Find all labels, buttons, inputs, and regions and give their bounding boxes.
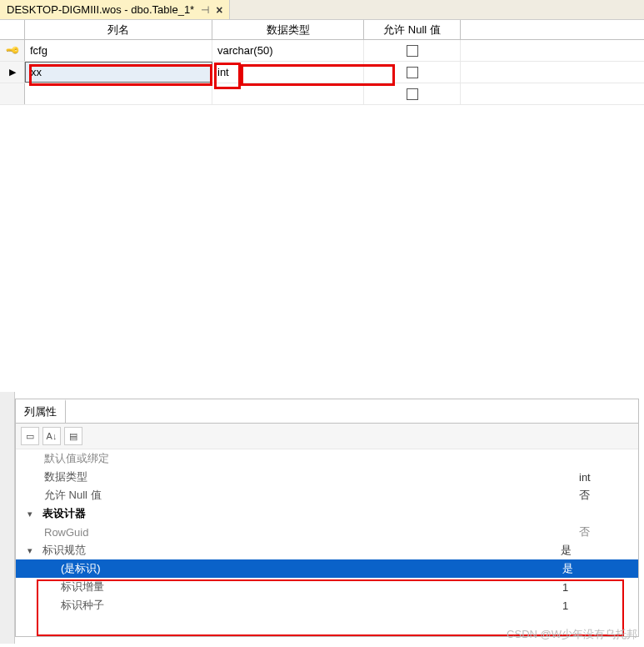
chevron-down-icon[interactable]: ▾ [27, 509, 39, 519]
column-design-grid: 列名 数据类型 允许 Null 值 🔑 fcfg varchar(50) ▶ x… [0, 20, 644, 106]
prop-default-binding[interactable]: 默认值或绑定 [16, 449, 638, 468]
prop-data-type[interactable]: 数据类型 int [16, 468, 638, 486]
header-allow-null[interactable]: 允许 Null 值 [364, 20, 461, 39]
cell-allow-null[interactable] [364, 40, 461, 61]
column-header-row: 列名 数据类型 允许 Null 值 [0, 20, 644, 40]
properties-tab-bar: 列属性 [16, 399, 638, 424]
pin-icon[interactable]: ⊣ [201, 4, 209, 16]
checkbox[interactable] [407, 88, 418, 100]
prop-identity-increment[interactable]: 标识增量 1 [16, 578, 638, 596]
property-pages-button[interactable]: ▤ [64, 427, 82, 445]
arrow-icon: ▶ [9, 67, 16, 78]
close-icon[interactable]: × [216, 3, 222, 17]
alphabetical-button[interactable]: A↓ [42, 427, 61, 445]
column-properties-panel: 列属性 ▭ A↓ ▤ 默认值或绑定 数据类型 int 允许 Null 值 否 ▾… [15, 399, 639, 637]
cell-column-name[interactable] [25, 83, 212, 104]
panel-edge [0, 392, 15, 644]
categorized-button[interactable]: ▭ [21, 427, 39, 445]
table-row[interactable]: ▶ xx int [0, 62, 644, 83]
prop-allow-null[interactable]: 允许 Null 值 否 [16, 486, 638, 504]
properties-body: 默认值或绑定 数据类型 int 允许 Null 值 否 ▾ 表设计器 RowGu… [16, 449, 638, 636]
cell-column-name[interactable]: xx [25, 62, 212, 83]
properties-toolbar: ▭ A↓ ▤ [16, 424, 638, 449]
cell-data-type[interactable] [212, 83, 364, 104]
document-tab[interactable]: DESKTOP-DIGMIII.wos - dbo.Table_1* ⊣ × [0, 0, 230, 19]
checkbox[interactable] [407, 67, 418, 78]
tab-bar: DESKTOP-DIGMIII.wos - dbo.Table_1* ⊣ × [0, 0, 644, 20]
table-row[interactable]: 🔑 fcfg varchar(50) [0, 40, 644, 62]
tab-title: DESKTOP-DIGMIII.wos - dbo.Table_1* [7, 3, 194, 16]
properties-tab[interactable]: 列属性 [16, 399, 66, 423]
prop-is-identity[interactable]: (是标识) 是 [16, 559, 638, 578]
row-selector[interactable]: ▶ [0, 62, 25, 83]
checkbox[interactable] [407, 45, 418, 57]
key-icon: 🔑 [4, 43, 20, 58]
cell-column-name[interactable]: fcfg [25, 40, 212, 61]
cell-allow-null[interactable] [364, 83, 461, 104]
prop-identity-seed[interactable]: 标识种子 1 [16, 596, 638, 614]
table-row[interactable] [0, 83, 644, 105]
header-data-type[interactable]: 数据类型 [212, 20, 364, 39]
row-selector[interactable]: 🔑 [0, 40, 25, 61]
prop-rowguid[interactable]: RowGuid 否 [16, 523, 638, 541]
cell-data-type[interactable]: varchar(50) [212, 40, 364, 61]
header-column-name[interactable]: 列名 [25, 20, 212, 39]
cell-data-type[interactable]: int [212, 62, 364, 83]
row-selector-header [0, 20, 25, 39]
prop-identity-spec[interactable]: ▾ 标识规范 是 [16, 541, 638, 559]
cell-allow-null[interactable] [364, 62, 461, 83]
chevron-down-icon[interactable]: ▾ [27, 545, 39, 556]
row-selector[interactable] [0, 83, 25, 104]
prop-group-table-designer[interactable]: ▾ 表设计器 [16, 504, 638, 523]
